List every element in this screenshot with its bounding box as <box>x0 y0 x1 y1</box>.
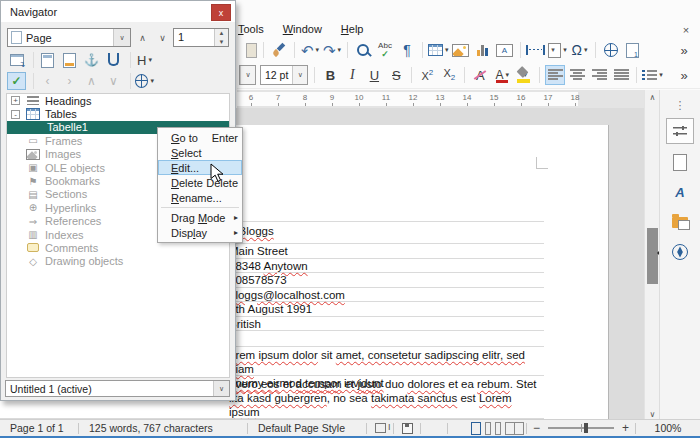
dropdown-arrow-icon[interactable]: ▾ <box>445 46 449 54</box>
insert-pagebreak-button[interactable] <box>526 40 546 60</box>
dropdown-arrow-icon[interactable]: ▾ <box>563 46 567 54</box>
menu-tools[interactable]: Tools <box>238 23 264 35</box>
tree-expander-icon[interactable]: - <box>11 110 20 119</box>
combo-dropdown-icon[interactable]: ∨ <box>213 381 229 396</box>
menu-window[interactable]: Window <box>283 23 322 35</box>
subscript-button[interactable]: X2 <box>439 65 459 85</box>
context-menu-item-select[interactable]: Select <box>158 145 242 160</box>
demote-chapter-button[interactable]: ∨ <box>104 72 123 90</box>
page-count[interactable]: Page 1 of 1 <box>0 422 78 434</box>
word-count[interactable]: 125 words, 767 characters <box>79 422 247 434</box>
zoom-track[interactable] <box>548 427 614 429</box>
context-menu-item-edit[interactable]: Edit... <box>158 160 242 175</box>
insert-chart-button[interactable] <box>473 40 493 60</box>
page-number-spinner[interactable]: 1 ▲▼ <box>173 28 229 47</box>
insert-field-button[interactable]: ▾ <box>548 40 568 60</box>
zoom-out-button[interactable]: − <box>533 421 540 435</box>
sidebar-tab-styles[interactable]: A <box>667 180 693 204</box>
font-size-combo[interactable]: 12 pt∨ <box>260 65 308 85</box>
navigator-close-button[interactable]: x <box>211 4 231 21</box>
tree-item-drawing-objects[interactable]: ◇Drawing objects <box>7 255 229 268</box>
set-reminder-button[interactable] <box>104 51 123 69</box>
superscript-button[interactable]: X2 <box>417 65 437 85</box>
italic-button[interactable]: I <box>342 65 362 85</box>
paste-button[interactable]: ▾ <box>238 40 258 60</box>
insert-footnote-button[interactable] <box>623 40 643 60</box>
sidebar-tab-navigator[interactable] <box>667 240 693 264</box>
context-menu-item-rename[interactable]: Rename... <box>158 190 242 205</box>
dropdown-arrow-icon[interactable]: ▾ <box>150 77 154 85</box>
context-menu-item-display[interactable]: Display▸ <box>158 225 242 240</box>
document-modified-icon[interactable] <box>394 421 420 435</box>
menu-help[interactable]: Help <box>341 23 364 35</box>
heading-levels-button[interactable]: H▾ <box>135 51 154 69</box>
promote-level-button[interactable]: ‹ <box>38 72 57 90</box>
tree-expander-icon[interactable]: + <box>11 96 20 105</box>
root-view-button[interactable] <box>7 51 26 69</box>
zoom-in-button[interactable]: + <box>622 421 629 435</box>
combo-dropdown-icon[interactable]: ∨ <box>292 66 307 84</box>
align-center-button[interactable] <box>567 65 587 85</box>
sidebar-tab-properties[interactable] <box>666 118 694 144</box>
sidebar-tab-page[interactable] <box>667 150 693 174</box>
document-switcher-combo[interactable]: Untitled 1 (active) ∨ <box>5 380 230 397</box>
align-right-button[interactable] <box>589 65 609 85</box>
find-replace-button[interactable] <box>353 40 373 60</box>
dropdown-arrow-icon[interactable]: ▾ <box>659 71 663 79</box>
scrollbar-up-button[interactable]: ∧ <box>645 90 660 105</box>
header-button[interactable] <box>38 51 57 69</box>
sidebar-tab-gallery[interactable] <box>667 210 693 234</box>
view-book-icon[interactable] <box>503 422 526 435</box>
underline-button[interactable]: U <box>364 65 384 85</box>
dropdown-arrow-icon[interactable]: ▾ <box>338 46 342 54</box>
align-left-button[interactable] <box>545 65 565 85</box>
dropdown-arrow-icon[interactable]: ▾ <box>247 46 251 54</box>
footer-button[interactable] <box>60 51 79 69</box>
bold-button[interactable]: B <box>320 65 340 85</box>
next-page-button[interactable]: ∨ <box>154 29 171 46</box>
previous-page-button[interactable]: ∧ <box>134 29 151 46</box>
selection-mode-icon[interactable] <box>367 421 393 435</box>
combo-dropdown-icon[interactable]: ∨ <box>240 66 255 84</box>
dropdown-arrow-icon[interactable]: ▾ <box>506 71 510 79</box>
insert-image-button[interactable] <box>451 40 471 60</box>
navigate-by-combo[interactable]: Page ∨ <box>7 28 131 47</box>
context-menu-item-drag-mode[interactable]: Drag Mode▸ <box>158 210 242 225</box>
font-color-button[interactable]: A▾ <box>492 65 512 85</box>
context-menu-item-go-to[interactable]: Go toEnter <box>158 130 242 145</box>
zoom-level[interactable]: 100% <box>636 422 700 434</box>
clone-formatting-button[interactable] <box>269 40 289 60</box>
page-style[interactable]: Default Page Style <box>248 422 366 434</box>
promote-chapter-button[interactable]: ∧ <box>82 72 101 90</box>
font-name-combo-partial[interactable]: ∨ <box>239 65 256 85</box>
toolbar-overflow-button[interactable]: » <box>674 40 694 60</box>
view-single-page-icon[interactable] <box>471 422 481 435</box>
strikethrough-button[interactable]: S <box>386 65 406 85</box>
justify-button[interactable] <box>611 65 631 85</box>
content-view-button[interactable]: ✓ <box>7 72 26 90</box>
tree-item-comments[interactable]: Comments <box>7 241 229 254</box>
undo-button[interactable]: ↶▾ <box>300 40 320 60</box>
context-menu-item-delete[interactable]: DeleteDelete <box>158 175 242 190</box>
sidebar-settings-icon[interactable]: ⋮ <box>667 98 693 112</box>
spin-up-icon[interactable]: ▲ <box>215 29 228 38</box>
dropdown-arrow-icon[interactable]: ▾ <box>584 46 588 54</box>
formatting-marks-button[interactable]: ¶ <box>397 40 417 60</box>
zoom-slider[interactable]: − + <box>527 421 635 435</box>
clear-formatting-button[interactable]: A <box>470 65 490 85</box>
tree-item-tables[interactable]: -Tables <box>7 107 229 120</box>
insert-textbox-button[interactable]: A <box>495 40 515 60</box>
insert-hyperlink-button[interactable] <box>601 40 621 60</box>
spin-down-icon[interactable]: ▼ <box>215 38 228 47</box>
highlight-color-button[interactable]: ▾ <box>514 65 534 85</box>
dropdown-arrow-icon[interactable]: ▾ <box>148 56 152 64</box>
toolbar-overflow-button[interactable]: » <box>674 65 694 85</box>
dropdown-arrow-icon[interactable]: ▾ <box>316 46 320 54</box>
special-character-button[interactable]: Ω▾ <box>570 40 590 60</box>
anchor-text-button[interactable]: ⚓ <box>82 51 101 69</box>
spelling-button[interactable]: Abc✓ <box>375 40 395 60</box>
horizontal-ruler[interactable]: 6789101112131415161718 <box>237 90 645 108</box>
close-document-button[interactable]: × <box>679 23 693 36</box>
demote-level-button[interactable]: › <box>60 72 79 90</box>
view-multi-page-icon[interactable] <box>483 422 503 435</box>
